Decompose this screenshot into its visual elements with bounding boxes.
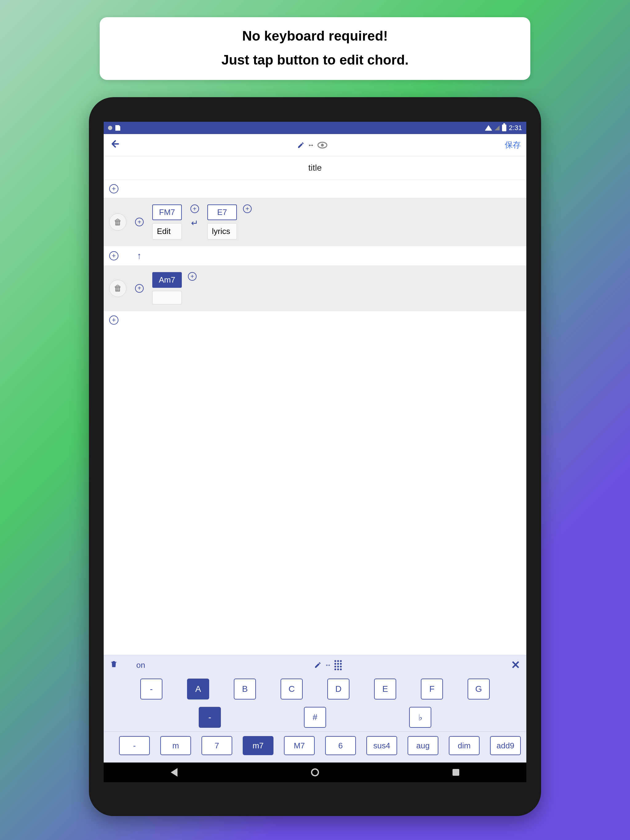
- root-note-row: -ABCDEFG: [104, 675, 526, 703]
- save-button[interactable]: 保存: [505, 140, 521, 150]
- lyric-input[interactable]: Edit: [152, 223, 182, 240]
- accidental-key-sharp[interactable]: #: [304, 707, 326, 728]
- banner-line-1: No keyboard required!: [112, 28, 518, 44]
- add-row-top: +: [104, 180, 526, 198]
- add-line-button[interactable]: +: [109, 316, 119, 325]
- promo-banner: No keyboard required! Just tap button to…: [100, 17, 530, 80]
- eye-icon: [317, 142, 327, 148]
- add-line-button[interactable]: +: [109, 184, 119, 193]
- add-row-bottom: +: [104, 311, 526, 329]
- lyric-input[interactable]: lyrics: [207, 223, 237, 240]
- status-notification-dot-icon: [108, 126, 112, 130]
- chord-chip[interactable]: E7: [207, 204, 237, 220]
- accidental-key-flat[interactable]: ♭: [409, 707, 431, 728]
- nav-recent-button[interactable]: [451, 767, 461, 777]
- square-recent-icon: [453, 769, 459, 776]
- swap-arrow-icon: ↔: [324, 661, 331, 669]
- move-up-button[interactable]: ↑: [137, 251, 141, 261]
- pencil-icon: [297, 141, 304, 149]
- battery-icon: [502, 125, 507, 131]
- mod-key-add9[interactable]: add9: [490, 736, 521, 755]
- modifier-row: -m7m7M76sus4augdimadd9m7-5: [104, 731, 526, 763]
- delete-track-button[interactable]: 🗑: [109, 213, 127, 231]
- accidental-key-none[interactable]: -: [199, 707, 221, 728]
- close-panel-button[interactable]: ✕: [511, 658, 520, 671]
- root-key-f[interactable]: F: [421, 679, 443, 699]
- song-title[interactable]: title: [104, 156, 526, 180]
- lyric-input[interactable]: [152, 291, 182, 305]
- triangle-back-icon: [171, 768, 177, 777]
- numpad-icon: [334, 660, 342, 670]
- wifi-icon: [485, 125, 492, 131]
- trash-icon: [110, 660, 118, 668]
- chord-chip-selected[interactable]: Am7: [152, 272, 182, 288]
- mod-key-m7[interactable]: m7: [243, 736, 274, 755]
- nav-back-button[interactable]: [169, 767, 179, 777]
- add-cell-left-button[interactable]: +: [135, 284, 144, 293]
- clear-chord-button[interactable]: [110, 660, 118, 670]
- back-button[interactable]: [109, 138, 120, 152]
- trash-icon: 🗑: [114, 284, 122, 293]
- root-key-g[interactable]: G: [468, 679, 490, 699]
- between-rows: + ↑: [104, 246, 526, 265]
- toggle-input-mode[interactable]: ↔: [164, 660, 492, 670]
- mod-key-none[interactable]: -: [119, 736, 150, 755]
- clock-text: 2:31: [509, 124, 522, 132]
- arrow-left-icon: [109, 139, 120, 149]
- delete-track-button[interactable]: 🗑: [109, 280, 127, 297]
- root-key-a[interactable]: A: [187, 679, 209, 699]
- root-key-b[interactable]: B: [234, 679, 256, 699]
- cell-signal-icon: [495, 125, 500, 130]
- pencil-icon: [314, 662, 321, 669]
- add-cell-button[interactable]: +: [243, 204, 252, 213]
- mod-key-dim[interactable]: dim: [449, 736, 480, 755]
- svg-point-1: [321, 144, 324, 146]
- trash-icon: 🗑: [114, 217, 122, 227]
- root-key-d[interactable]: D: [327, 679, 350, 699]
- add-cell-button[interactable]: +: [188, 272, 196, 281]
- mod-key-aug[interactable]: aug: [408, 736, 438, 755]
- banner-line-2: Just tap button to edit chord.: [112, 52, 518, 68]
- newline-icon[interactable]: ↵: [188, 216, 201, 230]
- mod-key-M7[interactable]: M7: [284, 736, 315, 755]
- mod-key-7[interactable]: 7: [201, 736, 232, 755]
- track-row: 🗑 + FM7 Edit + ↵ E7 lyrics: [104, 198, 526, 246]
- track-row: 🗑 + Am7 +: [104, 265, 526, 311]
- tablet-frame: 2:31 ↔ 保存 title + 🗑: [89, 97, 541, 816]
- circle-home-icon: [311, 768, 319, 776]
- mod-key-6[interactable]: 6: [325, 736, 356, 755]
- on-chord-label[interactable]: on: [136, 660, 145, 670]
- app-bar: ↔ 保存: [104, 134, 526, 156]
- mod-key-sus4[interactable]: sus4: [366, 736, 397, 755]
- screen: 2:31 ↔ 保存 title + 🗑: [104, 122, 526, 782]
- android-nav-bar: [104, 763, 526, 782]
- chord-keyboard-panel: on ↔ ✕ -ABCDEFG -#♭ -m7m7M76sus4augdimad…: [104, 655, 526, 763]
- root-key-e[interactable]: E: [374, 679, 396, 699]
- editor-content: + 🗑 + FM7 Edit + ↵: [104, 180, 526, 655]
- chord-chip[interactable]: FM7: [152, 204, 182, 220]
- status-bar: 2:31: [104, 122, 526, 134]
- mod-key-m[interactable]: m: [160, 736, 191, 755]
- root-key-c[interactable]: C: [280, 679, 303, 699]
- root-key-none[interactable]: -: [140, 679, 162, 699]
- add-cell-left-button[interactable]: +: [135, 218, 144, 226]
- sdcard-icon: [116, 125, 120, 131]
- add-line-button[interactable]: +: [109, 251, 119, 261]
- add-cell-button[interactable]: +: [190, 204, 199, 213]
- nav-home-button[interactable]: [310, 767, 320, 777]
- swap-arrow-icon: ↔: [308, 141, 314, 149]
- accidental-row: -#♭: [104, 703, 526, 731]
